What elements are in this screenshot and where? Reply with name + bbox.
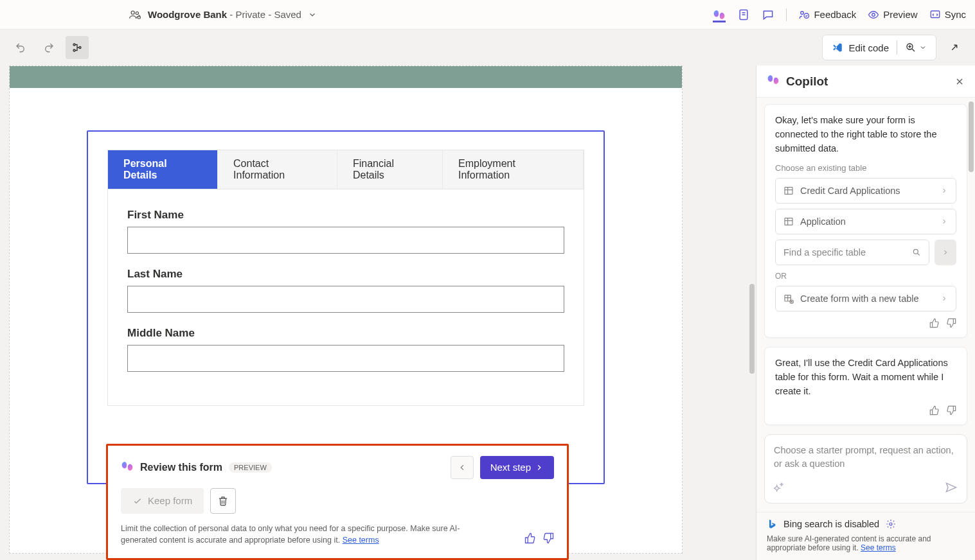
bing-disabled-label: Bing search is disabled: [783, 519, 879, 529]
undo-button[interactable]: [9, 36, 32, 59]
review-title: Review this form: [140, 462, 222, 473]
sidebar-scrollbar[interactable]: [969, 101, 974, 172]
field-label: First Name: [127, 209, 564, 222]
table-icon: [783, 186, 794, 196]
svg-point-10: [79, 47, 81, 49]
see-terms-link[interactable]: See terms: [861, 543, 896, 552]
sync-label: Sync: [945, 9, 966, 20]
thumbs-up-icon[interactable]: [929, 318, 940, 328]
redo-button[interactable]: [37, 36, 60, 59]
copilot-message-2: Great, I'll use the Credit Card Applicat…: [775, 356, 956, 398]
table-option-credit-card[interactable]: Credit Card Applications: [775, 178, 956, 204]
create-new-table-label: Create form with a new table: [800, 293, 919, 304]
or-label: OR: [775, 272, 956, 281]
field-first-name: First Name: [127, 209, 564, 254]
delete-form-button[interactable]: [210, 488, 236, 514]
feedback-label: Feedback: [814, 9, 856, 20]
field-label: Last Name: [127, 268, 564, 281]
field-label: Middle Name: [127, 327, 564, 340]
thumbs-down-icon[interactable]: [946, 405, 956, 416]
field-last-name: Last Name: [127, 268, 564, 313]
design-canvas[interactable]: Personal Details Contact Information Fin…: [0, 66, 756, 560]
separator: [897, 40, 897, 55]
preview-label: Preview: [883, 9, 917, 20]
find-table-go-button[interactable]: [935, 240, 956, 265]
svg-point-8: [73, 44, 75, 46]
svg-point-1: [136, 12, 138, 14]
copilot-message-1: Okay, let's make sure your form is conne…: [775, 114, 956, 155]
footer-disclaimer: Make sure AI-generated content is accura…: [767, 534, 965, 552]
field-middle-name: Middle Name: [127, 327, 564, 372]
table-icon: [783, 216, 794, 227]
send-icon[interactable]: [945, 481, 958, 494]
copilot-icon[interactable]: [713, 10, 726, 22]
table-option-label: Credit Card Applications: [800, 186, 900, 196]
gear-icon[interactable]: [886, 519, 896, 529]
next-step-button[interactable]: Next step: [480, 456, 554, 479]
next-step-label: Next step: [490, 462, 531, 473]
tab-contact-information[interactable]: Contact Information: [218, 150, 337, 189]
new-table-icon: [783, 293, 794, 304]
copilot-input[interactable]: Choose a starter prompt, request an acti…: [764, 434, 967, 503]
source-tree-button[interactable]: [66, 36, 89, 59]
svg-point-14: [913, 250, 918, 254]
chevron-right-icon: [940, 187, 948, 195]
copilot-icon: [767, 73, 780, 89]
chevron-right-icon: [940, 295, 948, 302]
expand-button[interactable]: [943, 36, 966, 59]
chevron-down-icon[interactable]: [308, 10, 317, 19]
review-disclaimer: Limit the collection of personal data to…: [121, 523, 481, 547]
copilot-title: Copilot: [786, 74, 828, 89]
feedback-action[interactable]: Feedback: [798, 9, 856, 21]
first-name-input[interactable]: [127, 227, 564, 254]
canvas-scrollbar[interactable]: [749, 284, 755, 374]
svg-rect-7: [931, 11, 940, 18]
form-selected-outline[interactable]: Personal Details Contact Information Fin…: [87, 130, 605, 484]
edit-code-button[interactable]: Edit code: [822, 35, 936, 60]
table-option-application[interactable]: Application: [775, 209, 956, 234]
form-tabs: Personal Details Contact Information Fin…: [107, 150, 584, 189]
svg-rect-2: [138, 16, 140, 18]
find-table-placeholder: Find a specific table: [783, 247, 866, 258]
page-banner: [10, 66, 682, 88]
thumbs-down-icon[interactable]: [542, 532, 554, 544]
zoom-control[interactable]: [905, 42, 927, 53]
copilot-sidebar: Copilot Okay, let's make sure your form …: [756, 66, 975, 560]
thumbs-down-icon[interactable]: [946, 318, 956, 328]
sync-action[interactable]: Sync: [929, 9, 966, 21]
middle-name-input[interactable]: [127, 345, 564, 372]
last-name-input[interactable]: [127, 286, 564, 313]
notes-icon[interactable]: [737, 8, 750, 21]
prev-step-button[interactable]: [451, 456, 474, 479]
tab-financial-details[interactable]: Financial Details: [337, 150, 443, 189]
see-terms-link[interactable]: See terms: [343, 536, 379, 545]
preview-action[interactable]: Preview: [868, 9, 917, 21]
document-title[interactable]: Woodgrove Bank - Private - Saved: [148, 9, 301, 20]
svg-rect-13: [785, 218, 792, 225]
document-state: - Private - Saved: [227, 9, 301, 20]
thumbs-up-icon[interactable]: [524, 532, 536, 544]
find-table-input[interactable]: Find a specific table: [775, 240, 929, 265]
bing-icon: [767, 519, 777, 529]
copilot-input-placeholder: Choose a starter prompt, request an acti…: [774, 444, 958, 475]
close-icon[interactable]: [954, 76, 965, 87]
chat-icon[interactable]: [762, 8, 774, 21]
keep-form-button[interactable]: Keep form: [121, 488, 204, 514]
footer-note-text: Make sure AI-generated content is accura…: [767, 534, 931, 552]
preview-badge: PREVIEW: [229, 462, 272, 473]
svg-rect-12: [785, 188, 792, 195]
create-new-table-option[interactable]: Create form with a new table: [775, 286, 956, 311]
document-title-group: Woodgrove Bank - Private - Saved: [129, 8, 317, 21]
svg-point-0: [131, 11, 134, 14]
keep-form-label: Keep form: [148, 495, 192, 506]
tab-employment-information[interactable]: Employment Information: [443, 150, 584, 189]
sparkle-icon[interactable]: [774, 482, 784, 493]
tab-personal-details[interactable]: Personal Details: [108, 150, 218, 189]
review-form-callout: Review this form PREVIEW Next step Ke: [106, 444, 569, 561]
svg-point-6: [872, 13, 875, 16]
copilot-header: Copilot: [756, 66, 975, 98]
app-topbar: Woodgrove Bank - Private - Saved Feedbac…: [0, 0, 975, 30]
thumbs-up-icon[interactable]: [929, 405, 940, 416]
copilot-message-card: Great, I'll use the Credit Card Applicat…: [764, 347, 967, 424]
people-icon: [129, 8, 141, 21]
